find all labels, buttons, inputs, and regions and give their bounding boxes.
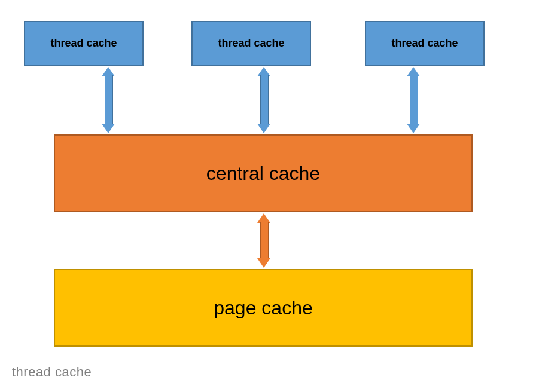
thread-cache-label-2: thread cache — [218, 37, 284, 50]
arrow-central-page — [257, 213, 270, 268]
thread-cache-box-2: thread cache — [191, 21, 311, 66]
page-cache-label: page cache — [214, 297, 312, 319]
central-cache-box: central cache — [54, 134, 473, 212]
thread-cache-label-3: thread cache — [391, 37, 458, 50]
central-cache-label: central cache — [206, 163, 320, 185]
page-cache-box: page cache — [54, 269, 473, 347]
arrow-thread1-central — [102, 67, 115, 133]
arrow-thread3-central — [407, 67, 420, 133]
thread-cache-box-3: thread cache — [365, 21, 485, 66]
thread-cache-label-1: thread cache — [50, 37, 117, 50]
arrow-thread2-central — [257, 67, 270, 133]
thread-cache-box-1: thread cache — [24, 21, 144, 66]
diagram-caption: thread cache — [12, 365, 92, 380]
